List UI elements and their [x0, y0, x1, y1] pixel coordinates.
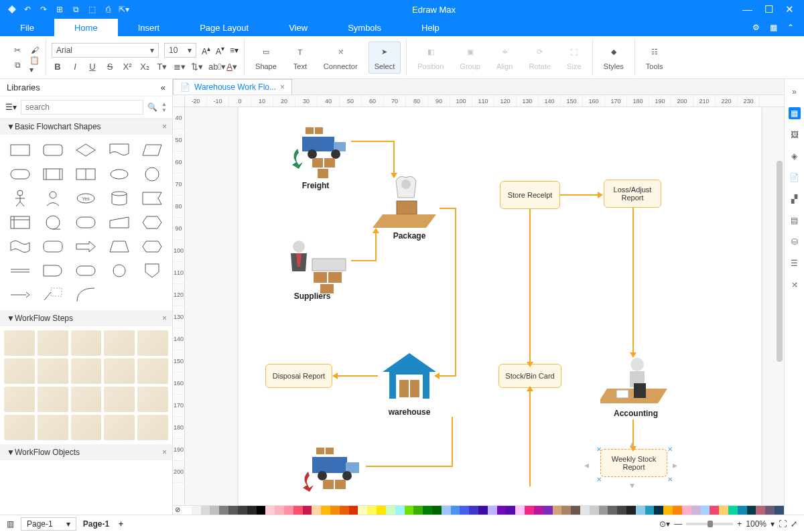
color-swatch[interactable]: [663, 506, 673, 515]
shape-hex2[interactable]: [138, 237, 167, 257]
close-section-icon[interactable]: ×: [162, 122, 167, 131]
color-swatch[interactable]: [469, 506, 478, 515]
shape-doubleline[interactable]: [5, 261, 34, 281]
color-swatch[interactable]: [460, 506, 469, 515]
color-swatch[interactable]: [238, 506, 247, 515]
text-tool-icon[interactable]: abͨ▾: [208, 62, 220, 72]
step-icon[interactable]: [4, 387, 35, 412]
text-case-icon[interactable]: T▾: [156, 62, 168, 72]
color-swatch[interactable]: [747, 506, 756, 515]
step-icon[interactable]: [4, 415, 35, 440]
shape-diamond[interactable]: [72, 140, 100, 160]
store-receipt-node[interactable]: Store Recelpt: [500, 181, 560, 209]
search-icon[interactable]: 🔍: [147, 103, 157, 112]
color-swatch[interactable]: [571, 506, 580, 515]
step-icon[interactable]: [38, 415, 68, 440]
expand-panel-icon[interactable]: »: [789, 86, 801, 98]
color-swatch[interactable]: [525, 506, 534, 515]
delivery-truck-icon[interactable]: [285, 442, 366, 503]
collapse-ribbon-icon[interactable]: ⌃: [787, 23, 794, 32]
shape-yes-ellipse[interactable]: Yes: [72, 188, 100, 208]
tools-button[interactable]: ☷Tools: [641, 42, 669, 73]
loss-adjust-node[interactable]: Loss/Adjust Report: [604, 180, 661, 208]
section-workflow-objects[interactable]: ▼ WorkFlow Objects×: [0, 444, 172, 460]
selection-handle[interactable]: ✕: [667, 476, 673, 483]
play-icon[interactable]: ⊙▾: [659, 519, 670, 529]
fit-page-icon[interactable]: ⛶: [779, 519, 787, 529]
color-swatch[interactable]: [765, 506, 775, 515]
zoom-out-button[interactable]: —: [674, 519, 682, 529]
step-icon[interactable]: [38, 358, 68, 384]
package-icon[interactable]: [373, 174, 446, 235]
open-icon[interactable]: ⧉: [71, 5, 80, 14]
step-icon[interactable]: [71, 330, 102, 356]
color-swatch[interactable]: [367, 506, 377, 515]
bold-icon[interactable]: B: [52, 62, 64, 72]
decrease-font-icon[interactable]: A▾: [216, 45, 224, 56]
layers-panel-icon[interactable]: ◈: [789, 150, 801, 162]
accounting-icon[interactable]: [600, 355, 674, 409]
fullscreen-icon[interactable]: ⤢: [791, 519, 797, 529]
step-icon[interactable]: [137, 330, 168, 356]
cut-icon[interactable]: ✂: [12, 45, 23, 56]
color-swatch[interactable]: [386, 506, 395, 515]
close-section-icon[interactable]: ×: [162, 448, 167, 457]
pages-panel-icon[interactable]: 📄: [789, 172, 801, 184]
vertical-scrollbar[interactable]: [777, 161, 783, 362]
color-swatch[interactable]: [515, 506, 525, 515]
color-swatch[interactable]: [312, 506, 321, 515]
disposal-node[interactable]: Disposai Report: [265, 364, 332, 388]
close-icon[interactable]: ✕: [785, 3, 794, 15]
step-icon[interactable]: [4, 330, 35, 356]
tab-insert[interactable]: Insert: [118, 19, 180, 36]
save-icon[interactable]: ⬚: [87, 5, 96, 14]
shape-ellipse[interactable]: [105, 164, 133, 184]
step-icon[interactable]: [104, 415, 135, 440]
font-name-select[interactable]: Arial▾: [52, 43, 159, 58]
table-panel-icon[interactable]: ▤: [789, 214, 801, 226]
connector-hint-down-icon[interactable]: ▾: [630, 480, 634, 490]
freight-icon[interactable]: [279, 121, 352, 181]
color-swatch[interactable]: [636, 506, 645, 515]
color-swatch[interactable]: [617, 506, 626, 515]
color-swatch[interactable]: [580, 506, 590, 515]
paste-icon[interactable]: 📋▾: [29, 60, 40, 70]
shape-parallelogram[interactable]: [138, 140, 167, 160]
color-swatch[interactable]: [645, 506, 655, 515]
scroll-up-icon[interactable]: ▲: [161, 101, 167, 107]
color-swatch[interactable]: [599, 506, 608, 515]
export-icon[interactable]: ⇱▾: [119, 5, 129, 14]
shape-tape[interactable]: [38, 212, 67, 232]
increase-font-icon[interactable]: A▴: [202, 45, 210, 56]
color-swatch[interactable]: [442, 506, 451, 515]
step-icon[interactable]: [4, 358, 35, 384]
color-swatch[interactable]: [775, 506, 784, 515]
shape-predefined[interactable]: [38, 164, 67, 184]
suppliers-icon[interactable]: [272, 235, 352, 295]
bullets-icon[interactable]: ≣▾: [174, 62, 186, 72]
color-swatch[interactable]: [395, 506, 405, 515]
color-swatch[interactable]: [553, 506, 562, 515]
color-swatch[interactable]: [626, 506, 636, 515]
shape-vertical-split[interactable]: [72, 164, 100, 184]
shape-stadium[interactable]: [72, 212, 100, 232]
no-color[interactable]: ⊘: [173, 506, 182, 515]
print-icon[interactable]: ⎙: [103, 5, 113, 14]
color-swatch[interactable]: [247, 506, 257, 515]
shape-annotation[interactable]: [38, 285, 67, 305]
shape-trapezoid[interactable]: [105, 237, 133, 257]
color-swatch[interactable]: [451, 506, 460, 515]
shape-curve[interactable]: [72, 285, 100, 305]
selection-handle[interactable]: ✕: [596, 446, 602, 453]
color-swatch[interactable]: [405, 506, 414, 515]
maximize-icon[interactable]: ☐: [764, 3, 773, 15]
redo-icon[interactable]: ↷: [39, 5, 48, 14]
color-swatch[interactable]: [201, 506, 210, 515]
drawing-page[interactable]: Freight Package Suppliers Store Recelpt …: [239, 107, 761, 505]
db-panel-icon[interactable]: ⛁: [789, 236, 801, 248]
shape-terminator[interactable]: [5, 164, 34, 184]
color-swatch[interactable]: [497, 506, 507, 515]
color-swatch[interactable]: [210, 506, 219, 515]
section-workflow-steps[interactable]: ▼ WorkFlow Steps×: [0, 310, 172, 326]
color-swatch[interactable]: [423, 506, 432, 515]
